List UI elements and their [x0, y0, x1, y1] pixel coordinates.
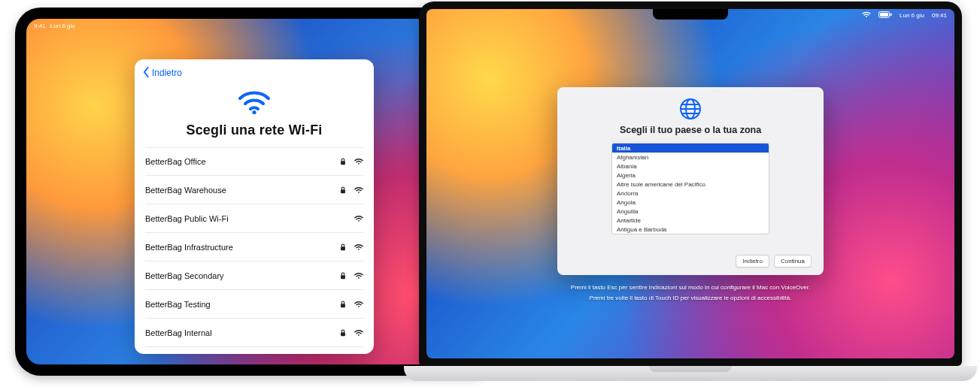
wifi-network-name: BetterBag Testing — [145, 300, 211, 309]
mac-accessibility-hint: Premi tre volte il tasto di Touch ID per… — [426, 295, 954, 301]
macbook-lid: Lun 6 giu 09:41 Scegli il tuo paese o la… — [419, 2, 962, 366]
wifi-network-row[interactable]: BetterBag Public Wi-Fi — [145, 204, 363, 233]
wifi-network-row[interactable]: BetterBag Secondary — [145, 262, 363, 290]
wifi-network-row[interactable]: BetterBag Warehouse — [145, 176, 363, 204]
country-list-item[interactable]: Angola — [612, 198, 769, 207]
wifi-menubar-icon[interactable] — [862, 11, 871, 20]
lock-icon — [339, 301, 347, 308]
ipad-setup-panel: Indietro Scegli una rete Wi-Fi BetterBag… — [135, 59, 374, 354]
lock-icon — [339, 272, 347, 280]
country-list-item[interactable]: Algeria — [612, 171, 769, 180]
mac-dialog-hero: Scegli il tuo paese o la tua zona — [569, 98, 812, 135]
svg-point-24 — [866, 16, 867, 17]
globe-icon — [679, 98, 702, 120]
macbook-notch — [653, 9, 728, 20]
wifi-network-name: BetterBag Public Wi-Fi — [145, 214, 229, 223]
lock-icon — [339, 329, 347, 337]
country-list[interactable]: ItaliaAfghanistanAlbaniaAlgeriaAltre iso… — [611, 143, 769, 234]
svg-point-15 — [358, 248, 360, 249]
wifi-network-row[interactable]: BetterBag Office — [145, 147, 363, 176]
macbook-device: Lun 6 giu 09:41 Scegli il tuo paese o la… — [404, 0, 977, 390]
wifi-signal-icon — [354, 272, 363, 280]
svg-rect-14 — [341, 246, 345, 250]
chevron-left-icon — [142, 67, 150, 80]
lock-icon — [339, 186, 347, 194]
wifi-network-name: BetterBag Internal — [145, 328, 212, 337]
ipad-panel-header: Indietro — [135, 59, 374, 86]
svg-rect-9 — [341, 161, 345, 165]
wifi-signal-icon — [354, 215, 363, 222]
country-list-item[interactable]: Antartide — [612, 216, 769, 225]
country-list-item[interactable]: Albania — [612, 162, 769, 171]
country-list-item[interactable]: Altre isole americane del Pacifico — [612, 180, 769, 189]
wifi-network-row[interactable]: BetterBag Testing — [145, 290, 363, 319]
svg-rect-20 — [341, 332, 345, 336]
macbook-base — [404, 366, 977, 381]
wifi-title: Scegli una rete Wi-Fi — [135, 122, 374, 138]
svg-rect-18 — [341, 304, 345, 307]
wifi-network-name: BetterBag Secondary — [145, 271, 224, 280]
back-button[interactable]: Indietro — [142, 67, 182, 80]
svg-point-21 — [358, 334, 360, 335]
country-list-item[interactable]: Italia — [612, 144, 769, 153]
svg-rect-27 — [890, 13, 892, 16]
mac-menubar-date: Lun 6 giu — [900, 12, 924, 19]
wifi-network-name: BetterBag Office — [145, 157, 206, 166]
back-button-label: Indietro — [152, 68, 182, 78]
wifi-network-name: BetterBag Warehouse — [145, 186, 226, 195]
ipad-status-time: 9:41 — [34, 23, 46, 29]
country-list-item[interactable]: Afghanistan — [612, 153, 769, 162]
svg-point-13 — [358, 219, 360, 221]
svg-point-12 — [358, 191, 360, 192]
mac-menubar-time: 09:41 — [932, 12, 947, 19]
svg-point-8 — [252, 110, 256, 114]
wifi-signal-icon — [354, 158, 363, 165]
wifi-network-row[interactable]: BetterBag Infrastructure — [145, 233, 363, 262]
wifi-signal-icon — [354, 301, 363, 308]
svg-rect-11 — [341, 189, 345, 193]
country-list-item[interactable]: Antigua e Barbuda — [612, 225, 769, 234]
battery-menubar-icon[interactable] — [878, 11, 892, 20]
wifi-network-list[interactable]: BetterBag OfficeBetterBag WarehouseBette… — [135, 147, 374, 354]
mac-setup-dialog: Scegli il tuo paese o la tua zona Italia… — [557, 87, 824, 275]
lock-icon — [339, 158, 347, 165]
mac-back-button[interactable]: Indietro — [736, 255, 769, 268]
wifi-signal-icon — [354, 329, 363, 337]
mac-continue-button[interactable]: Continua — [774, 255, 812, 268]
mac-dialog-title: Scegli il tuo paese o la tua zona — [569, 125, 812, 135]
svg-rect-16 — [341, 275, 345, 279]
wifi-icon — [238, 104, 271, 117]
country-list-item[interactable]: Andorra — [612, 189, 769, 198]
country-list-item[interactable]: Anguilla — [612, 207, 769, 216]
svg-point-17 — [358, 277, 360, 278]
ipad-status-date: Lun 6 giu — [50, 23, 75, 29]
country-list-item[interactable]: Arabia Saudita — [612, 234, 769, 234]
svg-point-10 — [358, 163, 360, 165]
mac-dialog-footer: Indietro Continua — [569, 249, 812, 268]
wifi-network-row[interactable]: BetterBag Internal — [145, 347, 363, 354]
svg-point-19 — [358, 305, 360, 307]
svg-rect-26 — [880, 13, 888, 17]
mac-voiceover-hint: Premi il tasto Esc per sentire indicazio… — [426, 284, 954, 291]
wifi-signal-icon — [354, 243, 363, 251]
macbook-screen: Lun 6 giu 09:41 Scegli il tuo paese o la… — [426, 9, 954, 358]
wifi-network-name: BetterBag Infrastructure — [145, 243, 233, 252]
lock-icon — [339, 243, 347, 251]
wifi-hero: Scegli una rete Wi-Fi — [135, 86, 374, 147]
wifi-signal-icon — [354, 186, 363, 194]
wifi-network-row[interactable]: BetterBag Internal — [145, 319, 363, 347]
